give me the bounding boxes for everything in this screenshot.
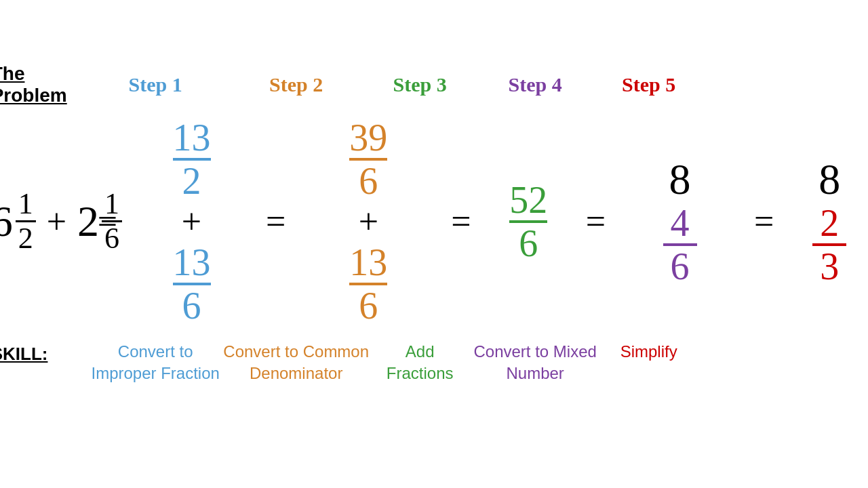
skill-step4: Convert to MixedNumber	[469, 341, 601, 385]
fraction-1: 1 2	[16, 189, 36, 253]
step4-label: Step 4	[509, 73, 562, 96]
step3-den: 6	[511, 223, 545, 262]
skill-step1-text: Convert toImproper Fraction	[91, 341, 219, 385]
step4-header: Step 4	[469, 73, 601, 96]
step5-header: Step 5	[601, 73, 696, 96]
step5-label: Step 5	[622, 73, 675, 96]
problem-expression: 6 1 2 + 2 1 6	[0, 189, 90, 253]
step2-num-2: 13	[349, 243, 387, 285]
step2-label: Step 2	[269, 73, 323, 96]
mixed-number-1: 6 1 2	[0, 189, 36, 253]
step1-frac-2: 13 6	[173, 243, 211, 325]
whole-2: 2	[77, 200, 99, 243]
step1-expression: 13 2 + 13 6	[125, 119, 258, 325]
step4-expression: 8 4 6	[614, 158, 746, 285]
step2-den-2: 6	[351, 285, 385, 325]
plus-sign-1: +	[47, 204, 66, 239]
frac-num-1: 1	[16, 189, 36, 222]
skill-step5: Simplify	[601, 341, 696, 363]
step1-label: Step 1	[129, 73, 182, 96]
skills-row: SKILL: Convert toImproper Fraction Conve…	[0, 341, 868, 385]
step5-whole: 8	[818, 158, 840, 201]
step5-frac: 2 3	[812, 204, 846, 285]
step2-den-1: 6	[351, 161, 385, 200]
skill-label-col: SKILL:	[0, 341, 90, 365]
step5-expression: 8 2 3	[782, 158, 868, 285]
steps-header-row: The Problem Step 1 Step 2 Step 3 Step 4 …	[0, 63, 868, 106]
step4-num: 4	[663, 204, 697, 246]
skill-step3: AddFractions	[371, 341, 469, 385]
step5-den: 3	[812, 246, 846, 285]
equals-4: =	[586, 204, 606, 239]
step3-num: 52	[509, 181, 547, 223]
col-problem-header: The Problem	[0, 63, 90, 106]
plus-sign-2: +	[182, 204, 201, 239]
step3-header: Step 3	[371, 73, 469, 96]
skill-step2: Convert to CommonDenominator	[222, 341, 371, 385]
step4-frac: 4 6	[663, 204, 697, 285]
step5-num: 2	[812, 204, 846, 246]
skill-step2-text: Convert to CommonDenominator	[223, 341, 369, 385]
step3-expression: 52 6	[479, 181, 578, 262]
step1-num-2: 13	[173, 243, 211, 285]
step3-label: Step 3	[393, 73, 447, 96]
skill-step3-text: AddFractions	[387, 341, 454, 385]
step1-num-1: 13	[173, 119, 211, 161]
whole-1: 6	[0, 200, 13, 243]
step2-expression: 39 6 + 13 6	[294, 119, 443, 325]
equals-2: =	[266, 204, 285, 239]
step1-frac-1: 13 2	[173, 119, 211, 200]
equals-3: =	[451, 204, 471, 239]
equals-1: =	[98, 204, 117, 239]
step1-header: Step 1	[90, 73, 222, 96]
skill-label: SKILL:	[0, 344, 47, 365]
step2-header: Step 2	[222, 73, 371, 96]
step4-den: 6	[663, 246, 697, 285]
step2-num-1: 39	[349, 119, 387, 161]
step1-den-2: 6	[175, 285, 209, 325]
equals-5: =	[754, 204, 774, 239]
problem-label: The Problem	[0, 63, 67, 106]
step2-frac-2: 13 6	[349, 243, 387, 325]
step2-frac-1: 39 6	[349, 119, 387, 200]
content-area: The Problem Step 1 Step 2 Step 3 Step 4 …	[0, 63, 868, 385]
skill-step1: Convert toImproper Fraction	[90, 341, 222, 385]
step4-whole: 8	[669, 158, 691, 201]
frac-den-1: 2	[16, 222, 36, 253]
skill-step4-text: Convert to MixedNumber	[473, 341, 596, 385]
plus-sign-3: +	[359, 204, 378, 239]
step3-frac: 52 6	[509, 181, 547, 262]
step1-den-1: 2	[175, 161, 209, 200]
math-equation-row: 6 1 2 + 2 1 6 =	[0, 119, 868, 325]
skill-step5-text: Simplify	[620, 341, 677, 363]
main-container: The Problem Step 1 Step 2 Step 3 Step 4 …	[0, 0, 868, 488]
